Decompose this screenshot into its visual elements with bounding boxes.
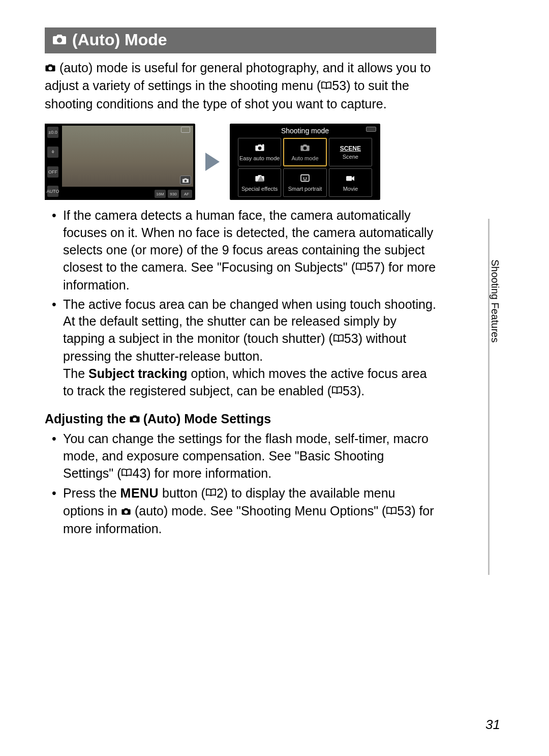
bullet2-c: The [63,366,88,381]
auto-mode-badge [180,176,191,185]
easy-auto-icon [255,143,265,154]
svg-point-0 [262,144,264,146]
lcd-bottom-icons: 16M 930 AF [155,190,192,198]
mode-label: Easy auto mode [239,155,280,161]
book-icon [355,258,367,276]
bullet-basic-settings: You can change the settings for the flas… [63,430,436,483]
lcd-left-strip: ±0.0 ⚘ OFF AUTO [45,124,61,200]
shots-remaining: 930 [168,190,179,198]
auto-icon [300,143,310,154]
camera-lcd-preview: ±0.0 ⚘ OFF AUTO 16M 930 AF [45,124,195,200]
lcd-live-view [62,126,193,187]
image-size-icon: 16M [155,190,166,198]
mode-label: Smart portrait [288,186,322,192]
bullet-touch-shutter: The active focus area can be changed whe… [63,296,436,401]
mode-label: Special effects [241,186,278,192]
book-icon [121,464,132,482]
book-icon [321,77,332,95]
mode-auto[interactable]: Auto mode [283,138,326,166]
svg-point-3 [306,178,307,179]
camera-icon [45,60,56,77]
shooting-mode-grid: Easy auto mode Auto mode SCENE Scene Spe… [238,138,372,197]
book-icon [386,503,397,520]
camera-icon [129,412,140,426]
sb2-a: Press the [63,486,120,500]
movie-icon [345,174,355,184]
side-thumb-tab: Shooting Features [488,219,500,575]
subhead-b: (Auto) Mode Settings [143,412,271,426]
mode-label: Movie [343,186,358,192]
bullet2-e: ). [357,384,364,398]
bullet2-bold: Subject tracking [88,366,188,381]
scene-icon: SCENE [340,145,361,152]
intro-paragraph: (auto) mode is useful for general photog… [45,60,436,112]
book-icon [333,330,344,347]
flash-auto-icon: AUTO [47,186,58,197]
sb2-ref2: 53 [397,504,411,518]
mode-scene[interactable]: SCENE Scene [329,138,372,166]
menu-word: MENU [120,486,159,500]
smart-portrait-icon [300,174,310,184]
shooting-mode-menu: Shooting mode Easy auto mode Auto mode S… [230,124,380,200]
battery-icon [366,127,376,132]
camera-icon [52,31,67,49]
sb2-ref1: 2 [217,486,224,500]
subheading: Adjusting the (Auto) Mode Settings [45,412,436,426]
sb1-ref: 43 [132,466,146,480]
illustration-row: ±0.0 ⚘ OFF AUTO 16M 930 AF Shooting mode [45,124,436,200]
memory-card-icon [181,127,190,133]
sb2-b: button ( [159,486,205,500]
bullet1-ref: 57 [367,260,381,274]
timer-off-icon: OFF [47,166,58,178]
section-title-text: (Auto) Mode [72,31,167,49]
svg-point-2 [303,178,304,179]
settings-bullets: You can change the settings for the flas… [45,430,436,538]
bullet2-ref2: 53 [343,384,357,398]
side-tab-label: Shooting Features [489,259,501,342]
svg-rect-1 [301,175,309,181]
sb1-b: ) for more information. [146,466,271,480]
subhead-a: Adjusting the [45,412,126,426]
page-number: 31 [485,717,500,733]
bullet-face-detect: If the camera detects a human face, the … [63,207,436,294]
mode-label: Auto mode [291,155,318,161]
bullet-menu-button: Press the MENU button (2) to display the… [63,485,436,538]
af-icon: AF [181,190,192,198]
intro-ref: 53 [332,78,346,93]
arrow-right-icon [205,153,220,171]
book-icon [331,382,343,399]
section-title-bar: (Auto) Mode [45,27,436,53]
mode-smart-portrait[interactable]: Smart portrait [283,168,326,197]
ev-comp-icon: ±0.0 [47,127,58,138]
svg-rect-4 [346,176,352,181]
special-effects-icon [255,174,265,184]
mode-easy-auto[interactable]: Easy auto mode [238,138,281,166]
mode-special-effects[interactable]: Special effects [238,168,281,197]
macro-icon: ⚘ [47,147,58,158]
mode-movie[interactable]: Movie [329,168,372,197]
sb2-d: (auto) mode. See "Shooting Menu Options"… [131,504,386,518]
book-icon [205,484,217,502]
mode-label: Scene [343,154,358,160]
camera-icon [121,503,131,520]
shooting-mode-header: Shooting mode [238,126,372,138]
feature-bullets: If the camera detects a human face, the … [45,207,436,400]
bullet2-ref1: 53 [344,331,358,345]
